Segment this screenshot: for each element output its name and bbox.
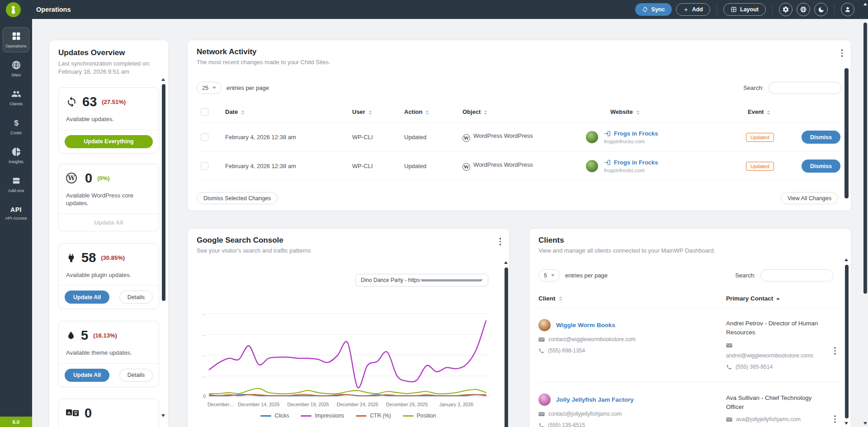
network-table-header: Date User Action Object Website Event: [197, 101, 842, 123]
clients-subtitle: View and manage all clients connected to…: [538, 247, 842, 254]
entries-per-page-label: entries per page: [226, 84, 269, 91]
row-checkbox[interactable]: [201, 162, 208, 170]
sidebar-item-clients[interactable]: Clients: [3, 85, 29, 110]
page-scrollbar[interactable]: [862, 0, 868, 427]
add-button[interactable]: Add: [676, 3, 710, 16]
sort-icon: [484, 110, 487, 115]
entries-per-page-select[interactable]: 5: [538, 269, 560, 282]
dark-mode-button[interactable]: [814, 3, 828, 16]
row-object: WWordPress WordPress: [462, 132, 581, 142]
contact-email: andrei@wigglewormbookstore.comc: [726, 352, 828, 359]
mainwp-logo-icon[interactable]: [6, 2, 21, 17]
panel-menu-button[interactable]: [841, 49, 843, 57]
column-primary-contact[interactable]: Primary Contact: [726, 295, 773, 302]
scroll-down-arrow[interactable]: [844, 422, 848, 425]
status-badge: Updated: [746, 133, 774, 142]
svg-text:January 3, 2026: January 3, 2026: [439, 402, 473, 407]
svg-text:December 24, 2025: December 24, 2025: [337, 402, 378, 407]
scroll-down-arrow[interactable]: [161, 414, 165, 417]
column-action[interactable]: Action: [404, 108, 422, 115]
phone-icon: [726, 364, 732, 370]
row-checkbox[interactable]: [201, 133, 208, 141]
scroll-up-arrow[interactable]: [844, 258, 848, 261]
update-all-button[interactable]: Update All: [65, 291, 109, 304]
update-all-button[interactable]: Update All: [65, 369, 109, 382]
sidebar-item-api-access[interactable]: API API Access: [3, 201, 29, 226]
sidebar-item-addons[interactable]: Add-ons: [3, 172, 29, 197]
sidebar-item-insights[interactable]: Insights: [3, 143, 29, 168]
client-name-link[interactable]: Wiggle Worm Books: [556, 322, 615, 328]
details-button[interactable]: Details: [119, 369, 153, 382]
column-user[interactable]: User: [352, 108, 365, 115]
wordpress-icon: W: [462, 163, 470, 171]
client-row-menu-button[interactable]: [828, 394, 842, 427]
client-row-menu-button[interactable]: [828, 319, 842, 370]
layout-button[interactable]: Layout: [723, 3, 766, 16]
dismiss-selected-button[interactable]: Dismiss Selected Changes: [197, 192, 278, 204]
svg-text:$: $: [14, 118, 19, 127]
panel-menu-button[interactable]: [500, 238, 501, 245]
updates-card-themes: 5 (16.13%) Available theme updates. Upda…: [58, 321, 159, 387]
client-phone: (555) 698-1354: [548, 347, 585, 354]
scrollbar-thumb[interactable]: [863, 23, 867, 294]
dismiss-button[interactable]: Dismiss: [802, 131, 840, 144]
search-console-title: Google Search Console: [197, 236, 500, 245]
site-link[interactable]: Frogs in Frocks: [604, 130, 658, 137]
sort-icon: [559, 296, 562, 301]
column-client[interactable]: Client: [538, 295, 556, 302]
topbar: Operations Sync Add Layout: [0, 0, 868, 19]
topbar-divider: [717, 4, 717, 15]
column-event[interactable]: Event: [748, 108, 764, 115]
updates-card-translations: A 0 Available translation updates.: [58, 399, 159, 427]
updates-scrollbar[interactable]: [162, 84, 165, 301]
legend-item-impressions[interactable]: Impressions: [301, 413, 344, 419]
updates-card-core: W 0 (0%) Available WordPress core update…: [58, 164, 159, 231]
client-name-link[interactable]: Jolly Jellyfish Jam Factory: [556, 396, 634, 403]
site-selector-dropdown[interactable]: Dino Dance Party - https://dinodancepart…: [355, 274, 488, 286]
sync-button[interactable]: Sync: [635, 3, 672, 16]
view-all-changes-button[interactable]: View All Changes: [781, 192, 838, 204]
contact-name: Andrei Petrov - Director of Human Resour…: [726, 319, 823, 337]
scroll-up-arrow[interactable]: [504, 261, 508, 264]
column-object[interactable]: Object: [462, 108, 481, 115]
page-title: Operations: [36, 6, 71, 13]
clients-search-input[interactable]: [760, 269, 834, 282]
scroll-down-arrow[interactable]: [863, 422, 867, 425]
user-menu-button[interactable]: [841, 3, 854, 16]
language-button[interactable]: [797, 3, 810, 16]
sidebar-item-operations[interactable]: Operations: [3, 27, 29, 52]
email-icon: [726, 417, 732, 422]
legend-swatch: [301, 415, 311, 417]
legend-item-clicks[interactable]: Clicks: [260, 413, 289, 419]
site-link[interactable]: Frogs in Frocks: [604, 159, 658, 166]
select-all-checkbox[interactable]: [201, 108, 208, 116]
details-button[interactable]: Details: [119, 291, 153, 304]
status-badge: Updated: [746, 162, 774, 171]
sidebar: Operations Sites Clients $ Costs Insight…: [0, 19, 32, 427]
settings-button[interactable]: [779, 3, 793, 16]
legend-item-ctr[interactable]: CTR (%): [356, 413, 391, 419]
scroll-up-arrow[interactable]: [161, 78, 165, 81]
wordpress-icon: W: [66, 173, 77, 183]
moon-icon: [818, 6, 825, 13]
network-search-input[interactable]: [769, 82, 842, 94]
clients-scrollbar[interactable]: [845, 265, 849, 418]
network-scrollbar[interactable]: [844, 68, 849, 198]
updates-card-text: Available updates.: [59, 109, 159, 130]
sort-icon: [241, 110, 245, 115]
svg-text:...: ...: [202, 332, 206, 337]
entries-per-page-select[interactable]: 25: [197, 82, 222, 94]
sidebar-item-sites[interactable]: Sites: [3, 56, 29, 81]
legend-item-position[interactable]: Position: [403, 413, 436, 419]
scroll-up-arrow[interactable]: [863, 3, 867, 5]
table-row: February 4, 2026 12:38 am WP-CLI Updated…: [197, 152, 842, 181]
legend-swatch: [260, 415, 271, 417]
sort-icon: [767, 110, 770, 115]
plug-icon: [66, 253, 76, 263]
dismiss-button[interactable]: Dismiss: [802, 160, 840, 173]
update-everything-button[interactable]: Update Everything: [65, 135, 153, 148]
gsc-scrollbar[interactable]: [505, 267, 508, 427]
column-website[interactable]: Website: [610, 108, 633, 115]
column-date[interactable]: Date: [225, 108, 238, 115]
sidebar-item-costs[interactable]: $ Costs: [3, 114, 29, 139]
